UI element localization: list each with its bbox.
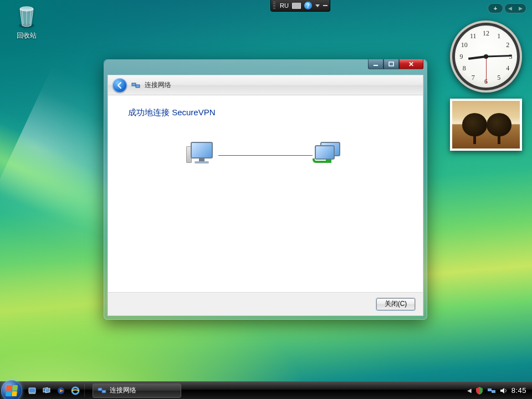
window-controls: ✕: [368, 59, 423, 69]
dialog-footer: 关闭(C): [108, 292, 423, 315]
svg-rect-14: [102, 390, 106, 393]
svg-rect-4: [132, 83, 136, 86]
close-icon: ✕: [408, 60, 414, 68]
chevron-right-icon: ▶: [519, 6, 523, 11]
svg-rect-2: [374, 65, 378, 66]
keyboard-icon[interactable]: [292, 3, 301, 9]
network-icon: [131, 81, 140, 90]
quick-launch-media-player[interactable]: [54, 384, 68, 397]
server-icon: [313, 142, 345, 168]
windows-logo-icon: [6, 385, 18, 396]
taskbar-item-connect-network[interactable]: 连接网络: [93, 383, 181, 398]
svg-rect-7: [29, 393, 35, 394]
security-icon[interactable]: [475, 386, 484, 395]
connection-diagram: [108, 142, 423, 168]
dialog-heading: 成功地连接 SecureVPN: [128, 108, 403, 118]
arrow-left-icon: [116, 81, 124, 89]
tray-overflow-button[interactable]: ◀: [467, 387, 472, 393]
window-close-button[interactable]: ✕: [399, 59, 423, 69]
slideshow-gadget[interactable]: [450, 99, 522, 151]
window-nav-bar: 连接网络: [108, 75, 423, 95]
network-icon: [98, 386, 106, 395]
svg-rect-15: [488, 388, 492, 391]
window-minimize-button[interactable]: [368, 59, 383, 69]
svg-rect-16: [492, 390, 495, 393]
langbar-grip[interactable]: [273, 2, 275, 9]
volume-icon[interactable]: [499, 386, 508, 395]
close-button[interactable]: 关闭(C): [376, 298, 415, 310]
langbar-options-dropdown[interactable]: [315, 4, 320, 7]
desktop-icon-recycle-bin[interactable]: 回收站: [4, 2, 49, 40]
computer-icon: [186, 142, 218, 168]
help-icon[interactable]: ?: [304, 2, 312, 9]
langbar-minimize[interactable]: [323, 5, 328, 6]
sidebar-nav[interactable]: ◀▶: [504, 3, 526, 13]
taskbar: 连接网络 ◀ 8:45: [0, 381, 532, 399]
start-button[interactable]: [1, 380, 22, 400]
back-button[interactable]: [112, 78, 127, 93]
svg-rect-13: [98, 388, 102, 391]
quick-launch-show-desktop[interactable]: [25, 384, 39, 397]
window-maximize-button[interactable]: [383, 59, 399, 69]
tree-icon: [487, 111, 511, 144]
svg-rect-5: [136, 85, 140, 88]
tree-icon: [462, 111, 487, 144]
taskbar-clock[interactable]: 8:45: [511, 386, 526, 395]
taskbar-item-label: 连接网络: [110, 386, 136, 395]
window-title: 连接网络: [145, 80, 171, 90]
chevron-left-icon: ◀: [508, 6, 512, 11]
quick-launch-ie[interactable]: [69, 384, 82, 397]
sidebar-add-gadget-button[interactable]: +: [488, 3, 503, 13]
langbar-lang-indicator[interactable]: RU: [280, 2, 289, 9]
svg-rect-3: [389, 62, 393, 66]
connect-network-window: ✕ 连接网络 成功地连接 SecureVPN 关闭(C): [104, 59, 427, 320]
quick-launch-switch-windows[interactable]: [40, 384, 53, 397]
desktop-icon-label: 回收站: [4, 31, 49, 40]
svg-rect-6: [29, 388, 35, 393]
recycle-bin-icon: [13, 2, 40, 29]
system-tray: ◀ 8:45: [467, 386, 532, 395]
clock-gadget[interactable]: 12 1 2 3 4 5 6 7 8 9 10 11: [450, 21, 522, 93]
connection-line-icon: [218, 155, 313, 156]
network-tray-icon[interactable]: [487, 386, 496, 395]
language-bar[interactable]: RU ?: [270, 0, 330, 12]
sidebar-controls: + ◀▶: [488, 3, 526, 13]
clock-second-hand: [486, 57, 487, 83]
svg-rect-9: [45, 388, 50, 392]
quick-launch: [25, 384, 82, 397]
